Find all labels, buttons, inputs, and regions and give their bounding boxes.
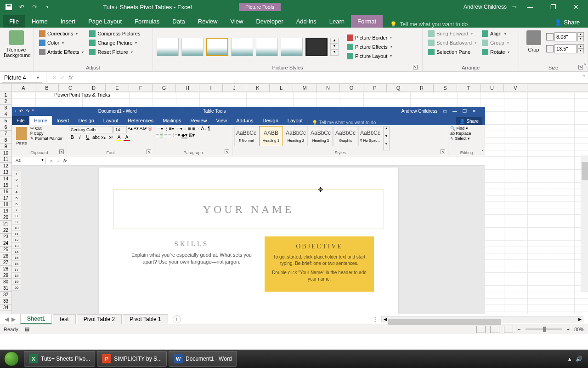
volume-icon[interactable]: 🔊 [576, 356, 582, 362]
picture-effects-button[interactable]: Picture Effects [345, 43, 394, 51]
row-header-3[interactable]: 3 [0, 105, 11, 111]
col-header-T[interactable]: T [457, 84, 481, 92]
row-header-14[interactable]: 14 [0, 176, 11, 182]
size-launcher[interactable]: ⬊ [578, 65, 583, 69]
col-header-F[interactable]: F [129, 84, 153, 92]
row-header-30[interactable]: 30 [0, 279, 11, 285]
account-icon[interactable]: ▭ [511, 4, 516, 10]
col-header-N[interactable]: N [317, 84, 340, 92]
taskbar-item-word[interactable]: W Document1 - Word [169, 351, 237, 367]
formula-bar[interactable] [76, 73, 580, 83]
col-header-S[interactable]: S [434, 84, 457, 92]
group-button[interactable]: Group [480, 39, 511, 47]
undo-button[interactable]: ↶ [17, 2, 27, 12]
styles-launcher[interactable]: ⬊ [413, 65, 418, 69]
row-header-19[interactable]: 19 [0, 208, 11, 214]
send-backward-button[interactable]: Send Backward [426, 39, 478, 47]
zoom-thumb[interactable] [543, 327, 546, 332]
reset-picture-button[interactable]: Reset Picture [87, 48, 142, 56]
style-preset-5[interactable] [256, 38, 278, 56]
cells-area[interactable]: PowerPoint Tips & Tricks ▫ ↶ ↷ ▾ Documen… [12, 92, 588, 314]
row-header-2[interactable]: 2 [0, 98, 11, 105]
col-header-Q[interactable]: Q [387, 84, 410, 92]
taskbar-item-powerpoint[interactable]: P SIMPLICITY by S... [97, 351, 167, 367]
gallery-up[interactable]: ▲ [331, 38, 338, 44]
picture-border-button[interactable]: Picture Border [345, 34, 394, 42]
tab-home[interactable]: Home [25, 15, 54, 28]
page-layout-view-button[interactable] [490, 326, 499, 333]
style-preset-3[interactable] [206, 38, 228, 56]
align-button[interactable]: Align [480, 29, 511, 38]
collapse-ribbon[interactable]: ˄ [583, 63, 586, 69]
compress-pictures-button[interactable]: Compress Pictures [87, 29, 142, 38]
page-break-view-button[interactable] [504, 326, 513, 333]
normal-view-button[interactable] [476, 326, 486, 333]
redo-button[interactable]: ↷ [29, 2, 40, 12]
tab-addins[interactable]: Add-ins [290, 15, 323, 28]
row-header-33[interactable]: 33 [0, 298, 11, 305]
row-header-7[interactable]: 7 [0, 131, 11, 137]
col-header-B[interactable]: B [35, 84, 59, 92]
tab-view[interactable]: View [224, 15, 249, 28]
artistic-effects-button[interactable]: Artistic Effects [37, 48, 85, 56]
col-header-L[interactable]: L [270, 84, 293, 92]
height-up[interactable]: ▲ [577, 32, 584, 37]
tab-file[interactable]: File [3, 15, 25, 28]
row-header-29[interactable]: 29 [0, 272, 11, 279]
zoom-slider[interactable] [526, 328, 562, 330]
row-header-26[interactable]: 26 [0, 253, 11, 259]
row-header-16[interactable]: 16 [0, 189, 11, 195]
row-header-34[interactable]: 34 [0, 305, 11, 311]
row-header-28[interactable]: 28 [0, 266, 11, 272]
save-button[interactable] [4, 2, 14, 12]
tab-page-layout[interactable]: Page Layout [82, 15, 128, 28]
sheet-nav-prev[interactable]: ◀ [5, 316, 9, 322]
row-header-10[interactable]: 10 [0, 150, 11, 156]
tab-developer[interactable]: Developer [249, 15, 289, 28]
sheet-tab-3[interactable]: Pivot Table 2 [77, 314, 122, 324]
col-header-V[interactable]: V [504, 84, 527, 92]
zoom-out-button[interactable]: − [518, 327, 520, 332]
row-header-5[interactable]: 5 [0, 118, 11, 124]
tab-data[interactable]: Data [166, 15, 191, 28]
row-header-15[interactable]: 15 [0, 182, 11, 189]
row-header-31[interactable]: 31 [0, 285, 11, 292]
share-button[interactable]: 👤 Share [550, 17, 584, 28]
cancel-formula-button[interactable]: ✕ [52, 75, 57, 81]
tell-me-search[interactable]: 💡 Tell me what you want to do [383, 21, 550, 28]
width-down[interactable]: ▼ [577, 49, 584, 53]
row-header-6[interactable]: 6 [0, 124, 11, 131]
taskbar-item-excel[interactable]: X Tuts+ Sheets Pivo... [24, 351, 95, 367]
name-box-dropdown-icon[interactable]: ▼ [36, 75, 40, 80]
sheet-tab-1[interactable]: Sheet1 [20, 314, 52, 324]
row-header-11[interactable]: 11 [0, 156, 11, 163]
row-header-32[interactable]: 32 [0, 292, 11, 298]
gallery-expand[interactable]: ▾ [331, 50, 338, 56]
height-down[interactable]: ▼ [577, 37, 584, 41]
style-preset-7[interactable] [305, 38, 328, 56]
height-input[interactable] [554, 32, 577, 41]
hscroll-left[interactable]: ◀ [382, 317, 388, 322]
color-button[interactable]: Color [37, 39, 85, 47]
row-header-22[interactable]: 22 [0, 227, 11, 234]
row-header-13[interactable]: 13 [0, 169, 11, 176]
col-header-K[interactable]: K [246, 84, 270, 92]
tab-insert[interactable]: Insert [54, 15, 82, 28]
col-header-U[interactable]: U [481, 84, 504, 92]
add-sheet-button[interactable]: + [173, 315, 181, 323]
inserted-picture[interactable]: ▫ ↶ ↷ ▾ Document1 - Word Table Tools And… [12, 107, 485, 314]
row-header-17[interactable]: 17 [0, 195, 11, 201]
row-header-20[interactable]: 20 [0, 214, 11, 221]
style-preset-4[interactable] [231, 38, 253, 56]
rotate-button[interactable]: Rotate [480, 48, 511, 56]
row-header-9[interactable]: 9 [0, 144, 11, 150]
col-header-D[interactable]: D [82, 84, 106, 92]
style-preset-2[interactable] [181, 38, 204, 56]
col-header-R[interactable]: R [410, 84, 434, 92]
row-header-8[interactable]: 8 [0, 137, 11, 144]
row-header-4[interactable]: 4 [0, 111, 11, 118]
col-header-G[interactable]: G [153, 84, 176, 92]
enter-formula-button[interactable]: ✓ [60, 75, 65, 81]
crop-button[interactable]: Crop [523, 29, 544, 52]
remove-background-button[interactable]: Remove Background [4, 29, 29, 58]
